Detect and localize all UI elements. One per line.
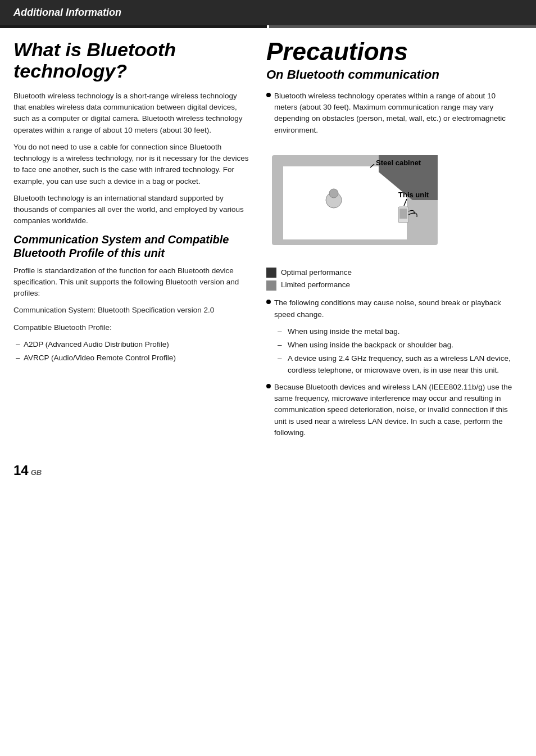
performance-legend: Optimal performance Limited performance [266,268,514,291]
section-para-2: Communication System: Bluetooth Specific… [13,305,249,316]
page-header: Additional Information [0,0,536,25]
right-rule-bar [269,25,536,28]
bullet-dot-2 [266,300,271,304]
bullet-1-text: Bluetooth wireless technology operates w… [274,90,514,136]
list-item: AVRCP (Audio/Video Remote Control Profil… [13,352,249,364]
diagram-svg: Steel cabinet This unit [266,144,446,256]
page-number: 14 [13,461,29,480]
bullet-3: Because Bluetooth devices and wireless L… [266,382,514,438]
legend-limited-label: Limited performance [281,280,350,291]
legend-item-optimal: Optimal performance [266,268,514,278]
legend-box-dark [266,268,276,278]
steel-cabinet-label: Steel cabinet [376,159,421,167]
header-title: Additional Information [13,7,121,18]
profile-list: A2DP (Advanced Audio Distribution Profil… [13,339,249,364]
bullet-dot-1 [266,93,271,97]
condition-item-1: When using inside the metal bag. [278,326,514,337]
intro-para-1: Bluetooth wireless technology is a short… [13,90,249,136]
intro-para-2: You do not need to use a cable for conne… [13,142,249,187]
condition-item-3: A device using 2.4 GHz frequency, such a… [278,353,514,376]
main-heading: What is Bluetooth technology? [13,39,249,82]
main-content: What is Bluetooth technology? Bluetooth … [0,28,536,455]
list-item: A2DP (Advanced Audio Distribution Profil… [13,339,249,350]
bullet-3-text: Because Bluetooth devices and wireless L… [274,382,514,438]
left-rule-bar [0,25,267,28]
bullet-2: The following conditions may cause noise… [266,297,514,320]
right-column: Precautions On Bluetooth communication B… [266,39,514,444]
legend-optimal-label: Optimal performance [281,268,352,278]
legend-box-light [266,280,276,291]
section-para-1: Profile is standardization of the functi… [13,265,249,300]
svg-point-6 [329,189,338,198]
intro-para-3: Bluetooth technology is an international… [13,193,249,227]
bullet-1: Bluetooth wireless technology operates w… [266,90,514,136]
bluetooth-diagram: Steel cabinet This unit [266,144,514,260]
left-column: What is Bluetooth technology? Bluetooth … [13,39,249,444]
legend-item-limited: Limited performance [266,280,514,291]
precautions-heading: Precautions [266,39,514,64]
bullet-dot-3 [266,384,271,388]
section-para-3: Compatible Bluetooth Profile: [13,322,249,333]
bullet-2-text: The following conditions may cause noise… [274,297,514,320]
condition-item-2: When using inside the backpack or should… [278,339,514,351]
page-label: GB [31,468,42,478]
page-footer: 14 GB [0,455,536,489]
conditions-list: When using inside the metal bag. When us… [278,326,514,376]
section-heading: Communication System and Compatible Blue… [13,233,249,260]
this-unit-label: This unit [398,191,429,199]
svg-rect-8 [399,209,407,219]
precautions-subheading: On Bluetooth communication [266,66,514,84]
